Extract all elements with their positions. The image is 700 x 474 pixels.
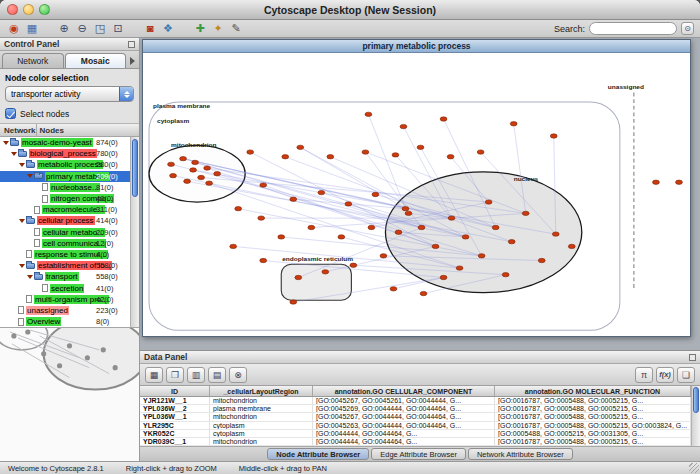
network-node[interactable] (198, 175, 205, 179)
network-node[interactable] (653, 180, 660, 184)
tree-row[interactable]: cellular metabo...209(0) (0, 227, 130, 238)
network-node[interactable] (478, 254, 485, 258)
network-node[interactable] (440, 117, 447, 121)
network-node[interactable] (230, 244, 237, 248)
network-node[interactable] (192, 160, 199, 164)
column-header[interactable]: annotation.GO CELLULAR_COMPONENT (313, 386, 495, 396)
network-node[interactable] (462, 235, 469, 239)
tree-row[interactable]: secretion41(0) (0, 282, 130, 293)
vizmapper-icon[interactable]: ✦ (210, 21, 226, 36)
network-node[interactable] (372, 192, 379, 196)
network-node[interactable] (322, 270, 329, 274)
network-node[interactable] (297, 145, 304, 149)
zoom-out-icon[interactable]: ⊖ (74, 21, 90, 36)
disclosure-triangle[interactable] (26, 174, 34, 178)
column-header[interactable]: annotation.GO MOLECULAR_FUNCTION (495, 386, 691, 396)
network-node[interactable] (400, 124, 407, 128)
zoom-fit-icon[interactable]: ⊡ (110, 21, 126, 36)
network-node[interactable] (432, 244, 439, 248)
column-header[interactable]: ID (140, 386, 210, 396)
annotation-icon[interactable]: ✎ (228, 21, 244, 36)
close-button[interactable] (7, 4, 18, 15)
network-node[interactable] (522, 211, 529, 215)
tree-row[interactable]: transport558(0) (0, 271, 130, 282)
network-node[interactable] (485, 200, 492, 204)
network-node[interactable] (278, 235, 285, 239)
disclosure-triangle[interactable] (2, 141, 10, 145)
network-node[interactable] (456, 266, 463, 270)
disclosure-triangle[interactable] (26, 275, 34, 279)
import-attributes-icon[interactable]: ❏ (677, 367, 695, 383)
disclosure-triangle[interactable] (18, 163, 26, 167)
network-node[interactable] (290, 300, 297, 304)
tree-scrollbar-thumb[interactable] (132, 139, 138, 197)
network-node[interactable] (180, 156, 187, 160)
table-row[interactable]: YPL036W__2plasma membrane[GO:0045269, GO… (140, 405, 691, 413)
network-node[interactable] (282, 155, 289, 159)
cytoscape-logo-icon[interactable]: ◉ (6, 21, 22, 36)
tab-edge-attribute-browser[interactable]: Edge Attribute Browser (371, 448, 466, 460)
tree-row[interactable]: establishment of lo...558(0) (0, 260, 130, 271)
network-canvas[interactable]: plasma membranecytoplasmmitochondrionnuc… (143, 53, 690, 336)
network-node[interactable] (235, 206, 242, 210)
tree-row[interactable]: response to stimul...4(0) (0, 249, 130, 260)
network-node[interactable] (260, 258, 267, 262)
zoom-in-icon[interactable]: ⊕ (56, 21, 72, 36)
network-node[interactable] (395, 230, 402, 234)
import-network-icon[interactable]: ✚ (192, 21, 208, 36)
network-node[interactable] (510, 122, 517, 126)
column-header[interactable]: _cellularLayoutRegion (210, 386, 313, 396)
network-node[interactable] (350, 263, 357, 267)
network-node[interactable] (392, 153, 399, 157)
formula-pi-icon[interactable]: π (635, 367, 653, 383)
network-node[interactable] (420, 291, 427, 295)
network-node[interactable] (184, 179, 191, 183)
network-node[interactable] (362, 150, 369, 154)
tree-row[interactable]: biological_process780(0) (0, 148, 130, 159)
float-panel-icon[interactable] (128, 41, 135, 48)
network-view-title[interactable]: primary metabolic process (143, 40, 690, 53)
network-node[interactable] (290, 197, 297, 201)
table-scrollbar[interactable] (691, 386, 700, 446)
network-node[interactable] (418, 225, 425, 229)
table-row[interactable]: YLR295Ccytoplasm[GO:0045263, GO:0044444,… (140, 422, 691, 430)
tab-scroll-right-icon[interactable] (127, 53, 137, 68)
delete-attribute-icon[interactable]: ⊗ (229, 367, 247, 383)
table-row[interactable]: YKR052Ccytoplasm[GO:0044444, GO:0044464,… (140, 430, 691, 438)
birds-eye-view[interactable] (0, 328, 139, 461)
tree-row[interactable]: metabolic process280(0) (0, 159, 130, 170)
tree-scrollbar[interactable] (130, 137, 139, 327)
zoom-selected-icon[interactable]: ◳ (92, 21, 108, 36)
tree-row[interactable]: Overview8(0) (0, 316, 130, 327)
network-node[interactable] (492, 225, 499, 229)
tab-mosaic[interactable]: Mosaic (65, 53, 127, 68)
network-node[interactable] (405, 211, 412, 215)
data-panel-float-icon[interactable] (689, 354, 696, 361)
network-node[interactable] (676, 180, 683, 184)
network-node[interactable] (247, 150, 254, 154)
network-node[interactable] (402, 206, 409, 210)
tree-row[interactable]: nucleobase...81(0) (0, 182, 130, 193)
network-node[interactable] (170, 173, 177, 177)
table-row[interactable]: YJR121W__1mitochondrion[GO:0045267, GO:0… (140, 397, 691, 405)
window-titlebar[interactable]: Cytoscape Desktop (New Session) (0, 0, 700, 20)
table-row[interactable]: YDR039C__1mitochondrion[GO:0044444, GO:0… (140, 438, 691, 446)
node-color-select[interactable]: transporter activity (5, 86, 134, 102)
search-options-icon[interactable]: ⊙ (681, 22, 694, 35)
select-rows-icon[interactable]: ▤ (208, 367, 226, 383)
network-node[interactable] (190, 168, 197, 172)
network-node[interactable] (214, 172, 221, 176)
tab-node-attribute-browser[interactable]: Node Attribute Browser (267, 448, 369, 460)
tab-network[interactable]: Network (2, 53, 64, 68)
network-node[interactable] (318, 190, 325, 194)
tree-row[interactable]: multi-organism pro...42(0) (0, 294, 130, 305)
select-nodes-checkbox[interactable] (5, 108, 16, 119)
disclosure-triangle[interactable] (18, 264, 26, 268)
network-node[interactable] (380, 254, 387, 258)
table-scrollbar-thumb[interactable] (693, 387, 699, 413)
disclosure-triangle[interactable] (10, 152, 18, 156)
network-node[interactable] (327, 155, 334, 159)
network-node[interactable] (390, 287, 397, 291)
tree-row[interactable]: mosaic-demo-yeast874(0) (0, 137, 130, 148)
network-node[interactable] (447, 155, 454, 159)
